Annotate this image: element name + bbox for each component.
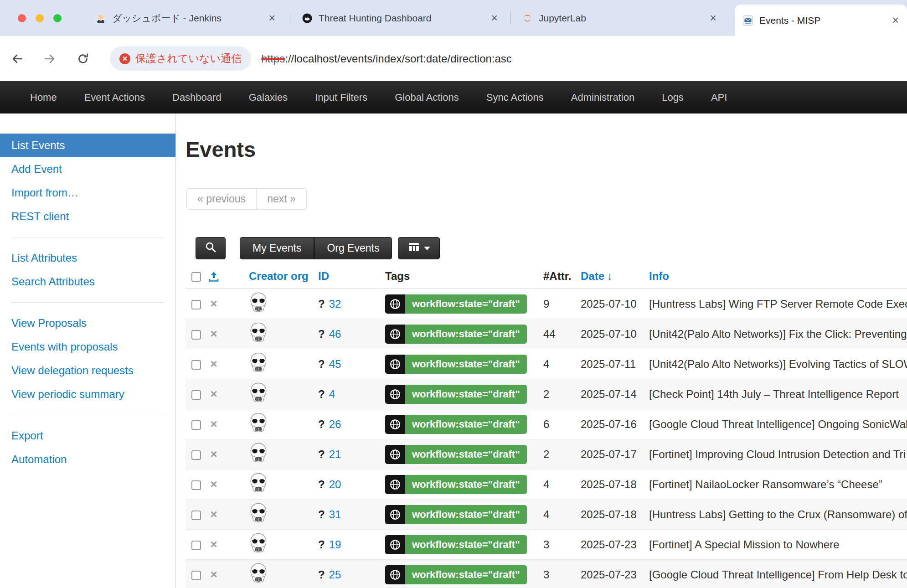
minimize-window-button[interactable] — [36, 14, 44, 22]
forward-button[interactable] — [43, 52, 57, 66]
workflow-tag[interactable]: workflow:state="draft" — [385, 535, 527, 554]
header-info[interactable]: Info — [649, 270, 907, 283]
event-id-link[interactable]: 45 — [329, 358, 341, 371]
row-checkbox[interactable] — [191, 420, 201, 430]
delete-event-button[interactable]: × — [204, 477, 224, 491]
row-checkbox[interactable] — [191, 390, 201, 400]
delete-event-button[interactable]: × — [204, 447, 224, 461]
creator-org-avatar[interactable] — [249, 443, 268, 464]
navbar-item[interactable]: Logs — [648, 92, 697, 103]
sidebar-item-rest-client[interactable]: REST client — [0, 205, 175, 228]
next-page-button[interactable]: next » — [257, 188, 307, 210]
creator-org-avatar[interactable] — [249, 563, 268, 584]
sidebar-item-events-with-proposals[interactable]: Events with proposals — [0, 335, 175, 359]
header-creator-org[interactable]: Creator org — [224, 270, 318, 283]
tab-close-icon[interactable]: × — [268, 12, 275, 24]
sidebar-item-view-proposals[interactable]: View Proposals — [0, 311, 175, 335]
creator-org-avatar[interactable] — [249, 292, 268, 313]
column-selector-button[interactable] — [398, 237, 440, 259]
event-id-link[interactable]: 26 — [329, 418, 341, 431]
sidebar-item-search-attributes[interactable]: Search Attributes — [0, 270, 175, 294]
workflow-tag[interactable]: workflow:state="draft" — [385, 565, 527, 584]
event-id-link[interactable]: 32 — [329, 298, 341, 310]
tab-close-icon[interactable]: × — [892, 15, 899, 26]
delete-event-button[interactable]: × — [204, 357, 224, 371]
delete-event-button[interactable]: × — [204, 327, 224, 341]
creator-org-avatar[interactable] — [249, 352, 268, 373]
tab-threat-hunting[interactable]: Threat Hunting Dashboard × — [294, 0, 506, 36]
zoom-window-button[interactable] — [53, 14, 62, 22]
workflow-tag[interactable]: workflow:state="draft" — [385, 505, 527, 524]
sidebar-item-import-from[interactable]: Import from… — [0, 181, 175, 205]
tab-close-icon[interactable]: × — [491, 12, 498, 24]
row-checkbox[interactable] — [191, 330, 201, 340]
sidebar-item-add-event[interactable]: Add Event — [0, 157, 175, 181]
navbar-item[interactable]: Galaxies — [235, 92, 302, 103]
previous-page-button[interactable]: « previous — [186, 188, 257, 210]
creator-org-avatar[interactable] — [249, 413, 268, 433]
workflow-tag[interactable]: workflow:state="draft" — [385, 325, 527, 344]
select-all-checkbox[interactable] — [191, 272, 201, 282]
event-id-link[interactable]: 21 — [329, 448, 341, 461]
creator-org-avatar[interactable] — [249, 503, 268, 524]
back-button[interactable] — [10, 52, 24, 66]
tab-strip: ダッシュボード - Jenkins × Threat Hunting Dashb… — [0, 0, 907, 36]
tab-jupyterlab[interactable]: JupyterLab × — [514, 0, 725, 36]
event-id-link[interactable]: 46 — [329, 328, 341, 340]
creator-org-avatar[interactable] — [249, 322, 268, 343]
creator-org-avatar[interactable] — [249, 473, 268, 494]
row-checkbox[interactable] — [191, 571, 201, 580]
delete-event-button[interactable]: × — [204, 567, 224, 582]
delete-event-button[interactable]: × — [204, 537, 224, 552]
navbar-item[interactable]: Home — [16, 92, 71, 103]
sidebar-item-automation[interactable]: Automation — [0, 448, 175, 471]
row-checkbox[interactable] — [191, 480, 201, 490]
navbar-item[interactable]: Event Actions — [71, 92, 159, 103]
address-bar[interactable]: https://localhost/events/index/sort:date… — [261, 52, 512, 65]
navbar-item[interactable]: API — [697, 92, 741, 103]
navbar-item[interactable]: Input Filters — [301, 92, 381, 103]
header-date[interactable]: Date↓ — [581, 270, 649, 283]
workflow-tag[interactable]: workflow:state="draft" — [385, 445, 527, 464]
row-checkbox[interactable] — [191, 541, 201, 550]
event-id-link[interactable]: 4 — [329, 388, 335, 401]
delete-event-button[interactable]: × — [204, 507, 224, 521]
reload-button[interactable] — [76, 52, 90, 66]
workflow-tag[interactable]: workflow:state="draft" — [385, 475, 527, 494]
workflow-tag[interactable]: workflow:state="draft" — [385, 294, 527, 314]
delete-event-button[interactable]: × — [204, 417, 224, 431]
close-window-button[interactable] — [18, 14, 26, 22]
workflow-tag[interactable]: workflow:state="draft" — [385, 385, 527, 404]
tab-misp-events[interactable]: Events - MISP × — [735, 5, 907, 36]
sidebar-item-list-events[interactable]: List Events — [0, 134, 175, 157]
creator-org-avatar[interactable] — [249, 382, 268, 403]
event-id-link[interactable]: 20 — [329, 478, 341, 491]
sidebar-item-view-delegation-requests[interactable]: View delegation requests — [0, 359, 175, 382]
navbar-item[interactable]: Sync Actions — [473, 92, 557, 103]
workflow-tag[interactable]: workflow:state="draft" — [385, 355, 527, 374]
row-checkbox[interactable] — [191, 360, 201, 370]
security-chip[interactable]: ✕ 保護されていない通信 — [110, 46, 251, 71]
delete-event-button[interactable]: × — [204, 387, 224, 401]
tab-close-icon[interactable]: × — [710, 12, 716, 24]
my-events-button[interactable]: My Events — [240, 237, 314, 259]
sidebar-item-view-periodic-summary[interactable]: View periodic summary — [0, 382, 175, 406]
event-id-link[interactable]: 19 — [329, 538, 341, 551]
tab-jenkins[interactable]: ダッシュボード - Jenkins × — [88, 0, 283, 36]
delete-event-button[interactable]: × — [204, 297, 224, 311]
navbar-item[interactable]: Dashboard — [159, 92, 235, 103]
sidebar-item-export[interactable]: Export — [0, 424, 175, 448]
org-events-button[interactable]: Org Events — [314, 237, 392, 259]
search-button[interactable] — [196, 237, 226, 259]
event-id-link[interactable]: 31 — [329, 508, 341, 521]
row-checkbox[interactable] — [191, 450, 201, 460]
workflow-tag[interactable]: workflow:state="draft" — [385, 415, 527, 434]
sidebar-item-list-attributes[interactable]: List Attributes — [0, 246, 175, 270]
navbar-item[interactable]: Global Actions — [381, 92, 473, 103]
event-id-link[interactable]: 25 — [329, 568, 341, 581]
navbar-item[interactable]: Administration — [557, 92, 648, 103]
creator-org-avatar[interactable] — [249, 533, 268, 554]
row-checkbox[interactable] — [191, 511, 201, 520]
header-id[interactable]: ID — [318, 270, 385, 283]
row-checkbox[interactable] — [191, 300, 201, 309]
